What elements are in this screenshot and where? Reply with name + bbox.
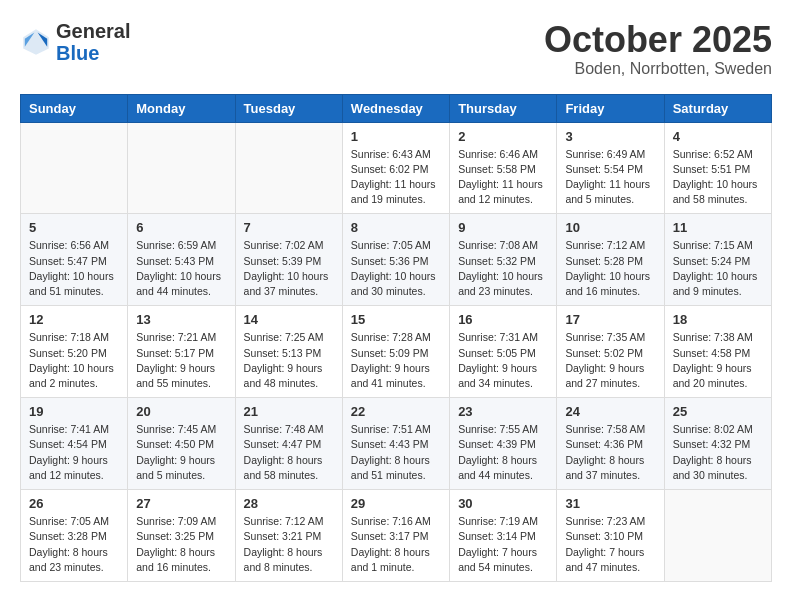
day-info: Sunrise: 7:31 AM Sunset: 5:05 PM Dayligh…	[458, 330, 548, 391]
day-number: 8	[351, 220, 441, 235]
day-info: Sunrise: 7:05 AM Sunset: 3:28 PM Dayligh…	[29, 514, 119, 575]
calendar-table: SundayMondayTuesdayWednesdayThursdayFrid…	[20, 94, 772, 582]
calendar-day-6: 6Sunrise: 6:59 AM Sunset: 5:43 PM Daylig…	[128, 214, 235, 306]
calendar-day-24: 24Sunrise: 7:58 AM Sunset: 4:36 PM Dayli…	[557, 398, 664, 490]
day-number: 7	[244, 220, 334, 235]
day-number: 10	[565, 220, 655, 235]
calendar-day-16: 16Sunrise: 7:31 AM Sunset: 5:05 PM Dayli…	[450, 306, 557, 398]
weekday-header-saturday: Saturday	[664, 94, 771, 122]
calendar-day-8: 8Sunrise: 7:05 AM Sunset: 5:36 PM Daylig…	[342, 214, 449, 306]
day-info: Sunrise: 7:12 AM Sunset: 5:28 PM Dayligh…	[565, 238, 655, 299]
day-info: Sunrise: 7:55 AM Sunset: 4:39 PM Dayligh…	[458, 422, 548, 483]
day-number: 9	[458, 220, 548, 235]
day-number: 24	[565, 404, 655, 419]
day-number: 14	[244, 312, 334, 327]
day-number: 31	[565, 496, 655, 511]
day-number: 6	[136, 220, 226, 235]
calendar-day-27: 27Sunrise: 7:09 AM Sunset: 3:25 PM Dayli…	[128, 490, 235, 582]
day-info: Sunrise: 7:58 AM Sunset: 4:36 PM Dayligh…	[565, 422, 655, 483]
day-info: Sunrise: 7:41 AM Sunset: 4:54 PM Dayligh…	[29, 422, 119, 483]
calendar-day-22: 22Sunrise: 7:51 AM Sunset: 4:43 PM Dayli…	[342, 398, 449, 490]
calendar-day-10: 10Sunrise: 7:12 AM Sunset: 5:28 PM Dayli…	[557, 214, 664, 306]
calendar-day-31: 31Sunrise: 7:23 AM Sunset: 3:10 PM Dayli…	[557, 490, 664, 582]
day-number: 13	[136, 312, 226, 327]
calendar-day-4: 4Sunrise: 6:52 AM Sunset: 5:51 PM Daylig…	[664, 122, 771, 214]
logo-icon	[20, 26, 52, 58]
day-info: Sunrise: 7:23 AM Sunset: 3:10 PM Dayligh…	[565, 514, 655, 575]
location: Boden, Norrbotten, Sweden	[544, 60, 772, 78]
day-number: 21	[244, 404, 334, 419]
calendar-day-29: 29Sunrise: 7:16 AM Sunset: 3:17 PM Dayli…	[342, 490, 449, 582]
calendar-week-3: 12Sunrise: 7:18 AM Sunset: 5:20 PM Dayli…	[21, 306, 772, 398]
calendar-day-26: 26Sunrise: 7:05 AM Sunset: 3:28 PM Dayli…	[21, 490, 128, 582]
day-number: 30	[458, 496, 548, 511]
weekday-header-tuesday: Tuesday	[235, 94, 342, 122]
weekday-header-wednesday: Wednesday	[342, 94, 449, 122]
weekday-header-monday: Monday	[128, 94, 235, 122]
weekday-header-sunday: Sunday	[21, 94, 128, 122]
day-number: 3	[565, 129, 655, 144]
day-info: Sunrise: 6:59 AM Sunset: 5:43 PM Dayligh…	[136, 238, 226, 299]
empty-cell	[664, 490, 771, 582]
calendar-day-5: 5Sunrise: 6:56 AM Sunset: 5:47 PM Daylig…	[21, 214, 128, 306]
day-info: Sunrise: 7:15 AM Sunset: 5:24 PM Dayligh…	[673, 238, 763, 299]
calendar-day-2: 2Sunrise: 6:46 AM Sunset: 5:58 PM Daylig…	[450, 122, 557, 214]
empty-cell	[128, 122, 235, 214]
day-info: Sunrise: 7:25 AM Sunset: 5:13 PM Dayligh…	[244, 330, 334, 391]
day-info: Sunrise: 7:12 AM Sunset: 3:21 PM Dayligh…	[244, 514, 334, 575]
day-number: 23	[458, 404, 548, 419]
calendar-day-12: 12Sunrise: 7:18 AM Sunset: 5:20 PM Dayli…	[21, 306, 128, 398]
empty-cell	[235, 122, 342, 214]
day-number: 1	[351, 129, 441, 144]
day-info: Sunrise: 6:43 AM Sunset: 6:02 PM Dayligh…	[351, 147, 441, 208]
calendar-day-23: 23Sunrise: 7:55 AM Sunset: 4:39 PM Dayli…	[450, 398, 557, 490]
day-info: Sunrise: 7:05 AM Sunset: 5:36 PM Dayligh…	[351, 238, 441, 299]
day-number: 26	[29, 496, 119, 511]
month-title: October 2025	[544, 20, 772, 60]
day-info: Sunrise: 6:56 AM Sunset: 5:47 PM Dayligh…	[29, 238, 119, 299]
weekday-header-row: SundayMondayTuesdayWednesdayThursdayFrid…	[21, 94, 772, 122]
day-number: 16	[458, 312, 548, 327]
calendar-day-13: 13Sunrise: 7:21 AM Sunset: 5:17 PM Dayli…	[128, 306, 235, 398]
day-number: 4	[673, 129, 763, 144]
calendar-day-25: 25Sunrise: 8:02 AM Sunset: 4:32 PM Dayli…	[664, 398, 771, 490]
day-number: 29	[351, 496, 441, 511]
calendar-day-21: 21Sunrise: 7:48 AM Sunset: 4:47 PM Dayli…	[235, 398, 342, 490]
day-info: Sunrise: 7:08 AM Sunset: 5:32 PM Dayligh…	[458, 238, 548, 299]
calendar-day-19: 19Sunrise: 7:41 AM Sunset: 4:54 PM Dayli…	[21, 398, 128, 490]
day-info: Sunrise: 7:21 AM Sunset: 5:17 PM Dayligh…	[136, 330, 226, 391]
day-number: 11	[673, 220, 763, 235]
day-number: 20	[136, 404, 226, 419]
calendar-week-4: 19Sunrise: 7:41 AM Sunset: 4:54 PM Dayli…	[21, 398, 772, 490]
day-info: Sunrise: 7:18 AM Sunset: 5:20 PM Dayligh…	[29, 330, 119, 391]
calendar-week-1: 1Sunrise: 6:43 AM Sunset: 6:02 PM Daylig…	[21, 122, 772, 214]
calendar-day-14: 14Sunrise: 7:25 AM Sunset: 5:13 PM Dayli…	[235, 306, 342, 398]
day-info: Sunrise: 7:16 AM Sunset: 3:17 PM Dayligh…	[351, 514, 441, 575]
weekday-header-thursday: Thursday	[450, 94, 557, 122]
title-block: October 2025 Boden, Norrbotten, Sweden	[544, 20, 772, 78]
calendar-day-15: 15Sunrise: 7:28 AM Sunset: 5:09 PM Dayli…	[342, 306, 449, 398]
day-number: 22	[351, 404, 441, 419]
day-info: Sunrise: 7:48 AM Sunset: 4:47 PM Dayligh…	[244, 422, 334, 483]
day-info: Sunrise: 7:35 AM Sunset: 5:02 PM Dayligh…	[565, 330, 655, 391]
day-number: 18	[673, 312, 763, 327]
logo: General Blue	[20, 20, 130, 64]
day-number: 17	[565, 312, 655, 327]
day-info: Sunrise: 7:02 AM Sunset: 5:39 PM Dayligh…	[244, 238, 334, 299]
calendar-day-9: 9Sunrise: 7:08 AM Sunset: 5:32 PM Daylig…	[450, 214, 557, 306]
day-number: 25	[673, 404, 763, 419]
day-info: Sunrise: 7:28 AM Sunset: 5:09 PM Dayligh…	[351, 330, 441, 391]
weekday-header-friday: Friday	[557, 94, 664, 122]
day-info: Sunrise: 7:51 AM Sunset: 4:43 PM Dayligh…	[351, 422, 441, 483]
calendar-day-11: 11Sunrise: 7:15 AM Sunset: 5:24 PM Dayli…	[664, 214, 771, 306]
day-info: Sunrise: 8:02 AM Sunset: 4:32 PM Dayligh…	[673, 422, 763, 483]
calendar-day-1: 1Sunrise: 6:43 AM Sunset: 6:02 PM Daylig…	[342, 122, 449, 214]
calendar-day-28: 28Sunrise: 7:12 AM Sunset: 3:21 PM Dayli…	[235, 490, 342, 582]
logo-blue: Blue	[56, 42, 130, 64]
day-info: Sunrise: 7:19 AM Sunset: 3:14 PM Dayligh…	[458, 514, 548, 575]
calendar-week-5: 26Sunrise: 7:05 AM Sunset: 3:28 PM Dayli…	[21, 490, 772, 582]
day-info: Sunrise: 7:45 AM Sunset: 4:50 PM Dayligh…	[136, 422, 226, 483]
day-info: Sunrise: 6:49 AM Sunset: 5:54 PM Dayligh…	[565, 147, 655, 208]
day-info: Sunrise: 7:09 AM Sunset: 3:25 PM Dayligh…	[136, 514, 226, 575]
day-number: 27	[136, 496, 226, 511]
